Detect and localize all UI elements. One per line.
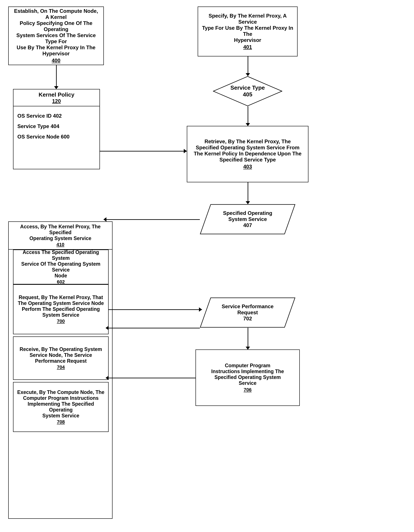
service-type-ref: 405 (243, 91, 252, 98)
kernel-policy-header: Kernel Policy 120 (13, 89, 100, 106)
establish-label: Establish, On The Compute Node, A Kernel… (12, 8, 100, 57)
establish-ref: 400 (52, 57, 60, 64)
retrieve-label: Retrieve, By The Kernel Proxy, The Speci… (194, 138, 302, 163)
computer-program-ref: 706 (244, 387, 252, 393)
arrowhead-retrieve (246, 201, 250, 204)
retrieve-box: Retrieve, By The Kernel Proxy, The Speci… (187, 126, 308, 182)
arrow-specify-to-diamond (248, 57, 248, 74)
arrow-retrieve-down (248, 182, 248, 202)
access-box: Access, By The Kernel Proxy, The Specifi… (8, 221, 112, 250)
arrow-cpi-to-execute (108, 378, 196, 378)
arrow-establish-down (56, 65, 57, 87)
establish-box: Establish, On The Compute Node, A Kernel… (8, 7, 104, 65)
kernel-policy-contents: OS Service ID 402 Service Type 404 OS Se… (17, 111, 69, 142)
spr-ref: 702 (243, 316, 252, 322)
arrowhead-spr-receive (106, 326, 108, 330)
service-type-text: Service Type 405 (213, 76, 282, 106)
execute-ref: 708 (57, 419, 65, 425)
specify-label: Specify, By The Kernel Proxy, A Service … (202, 13, 294, 43)
computer-program-box: Computer Program Instructions Implementi… (196, 350, 300, 406)
specify-ref: 401 (243, 44, 252, 50)
request-box: Request, By The Kernel Proxy, That The O… (13, 284, 108, 334)
arrowhead-kp-retrieve (184, 149, 187, 153)
access-ref: 410 (57, 242, 65, 247)
specify-box: Specify, By The Kernel Proxy, A Service … (198, 7, 297, 57)
kernel-policy-ref: 120 (52, 98, 61, 104)
access-specified-box: Access The Specified Operating SystemSer… (13, 250, 108, 284)
arrowhead-cpi-execute (106, 376, 108, 380)
execute-box: Execute, By The Compute Node, The Comput… (13, 382, 108, 432)
request-ref: 700 (57, 318, 65, 324)
arrowhead-diamond-retrieve (246, 123, 250, 126)
arrowhead-spr (246, 347, 250, 350)
diagram: Establish, On The Compute Node, A Kernel… (0, 0, 414, 532)
spr-wrapper: Service PerformanceRequest 702 (200, 297, 296, 328)
arrow-request-to-spr (108, 309, 202, 310)
spr-text: Service PerformanceRequest 702 (200, 297, 296, 328)
specified-os-text: Specified OperatingSystem Service 407 (200, 204, 296, 234)
arrow-spr-down (248, 328, 248, 347)
arrowhead-establish (54, 86, 59, 89)
specified-os-wrapper: Specified OperatingSystem Service 407 (200, 204, 296, 234)
arrowhead-specify-diamond (246, 73, 250, 76)
specified-os-ref: 407 (243, 222, 252, 228)
access-specified-ref: 602 (57, 279, 65, 285)
retrieve-ref: 403 (243, 164, 252, 170)
service-type-diamond-wrapper: Service Type 405 (213, 76, 282, 106)
arrowhead-specified-access (103, 217, 107, 222)
arrow-diamond-to-retrieve (248, 106, 248, 124)
arrow-spr-to-receive (108, 328, 200, 328)
arrow-kp-to-retrieve (100, 151, 187, 152)
receive-ref: 704 (57, 364, 65, 370)
receive-box: Receive, By The Operating System Service… (13, 336, 108, 380)
arrow-specified-to-access (107, 219, 200, 220)
